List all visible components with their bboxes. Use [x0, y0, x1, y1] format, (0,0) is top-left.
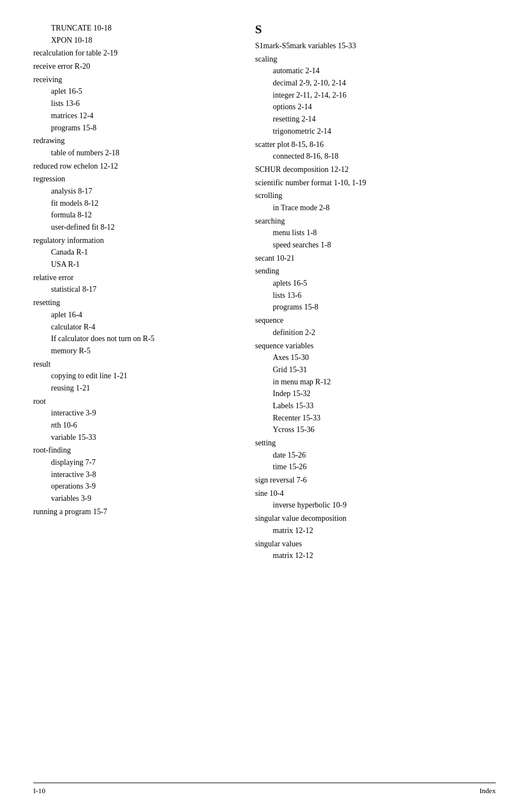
- right-column: SS1mark-S5mark variables 15-33scalingaut…: [255, 22, 496, 562]
- section-letter: S: [255, 22, 496, 37]
- right-index-entry: lists 13-6: [255, 290, 496, 302]
- left-index-entry: copying to edit line 1-21: [33, 370, 233, 382]
- left-index-entry: TRUNCATE 10-18: [33, 22, 233, 34]
- right-index-entry: integer 2-11, 2-14, 2-16: [255, 89, 496, 101]
- left-index-entry: variable 15-33: [33, 432, 233, 444]
- left-index-entry: reusing 1-21: [33, 382, 233, 394]
- right-index-entry: sine 10-4: [255, 488, 496, 500]
- right-index-entry: sending: [255, 265, 496, 277]
- right-index-entry: setting: [255, 437, 496, 449]
- right-index-entry: matrix 12-12: [255, 525, 496, 537]
- page-container: TRUNCATE 10-18XPON 10-18recalculation fo…: [0, 0, 529, 812]
- left-index-entry: reduced row echelon 12-12: [33, 160, 233, 172]
- right-index-entry: sign reversal 7-6: [255, 474, 496, 486]
- left-index-entry: memory R-5: [33, 345, 233, 357]
- right-index-entry: Labels 15-33: [255, 400, 496, 412]
- right-index-entry: inverse hyperbolic 10-9: [255, 499, 496, 511]
- right-index-entry: decimal 2-9, 2-10, 2-14: [255, 77, 496, 89]
- right-index-entry: connected 8-16, 8-18: [255, 150, 496, 163]
- right-index-entry: Recenter 15-33: [255, 412, 496, 424]
- right-index-entry: sequence variables: [255, 340, 496, 352]
- left-index-entry: receive error R-20: [33, 60, 233, 73]
- right-index-entry: speed searches 1-8: [255, 239, 496, 251]
- right-index-entry: scaling: [255, 53, 496, 65]
- left-index-entry: regulatory information: [33, 235, 233, 247]
- two-column-layout: TRUNCATE 10-18XPON 10-18recalculation fo…: [33, 22, 496, 562]
- left-index-entry: interactive 3-9: [33, 407, 233, 419]
- right-index-entry: date 15-26: [255, 449, 496, 461]
- left-index-entry: recalculation for table 2-19: [33, 47, 233, 59]
- left-index-entry: matrices 12-4: [33, 110, 233, 122]
- right-index-entry: searching: [255, 215, 496, 227]
- right-index-entry: scatter plot 8-15, 8-16: [255, 139, 496, 151]
- left-index-entry: operations 3-9: [33, 480, 233, 493]
- right-index-entry: time 15-26: [255, 461, 496, 473]
- left-index-entry: analysis 8-17: [33, 185, 233, 197]
- left-column: TRUNCATE 10-18XPON 10-18recalculation fo…: [33, 22, 233, 562]
- left-index-entry: Canada R-1: [33, 246, 233, 258]
- left-index-entry: variables 3-9: [33, 493, 233, 505]
- footer-section-label: Index: [479, 786, 496, 795]
- left-index-entry: running a program 15-7: [33, 506, 233, 518]
- right-index-entry: menu lists 1-8: [255, 227, 496, 239]
- right-index-entry: scientific number format 1-10, 1-19: [255, 177, 496, 189]
- right-index-entry: in menu map R-12: [255, 376, 496, 388]
- right-index-entry: singular values: [255, 538, 496, 550]
- page-footer: I-10 Index: [33, 783, 496, 795]
- right-index-entry: definition 2-2: [255, 327, 496, 339]
- left-index-entry: root-finding: [33, 444, 233, 456]
- right-index-entry: Axes 15-30: [255, 352, 496, 364]
- right-index-entry: Grid 15-31: [255, 364, 496, 376]
- right-index-entry: aplets 16-5: [255, 277, 496, 290]
- left-index-entry: displaying 7-7: [33, 456, 233, 469]
- right-index-entry: sequence: [255, 314, 496, 327]
- left-index-entry: XPON 10-18: [33, 34, 233, 47]
- right-index-entry: resetting 2-14: [255, 113, 496, 125]
- right-index-entry: singular value decomposition: [255, 512, 496, 525]
- left-index-entry: statistical 8-17: [33, 283, 233, 296]
- right-index-entry: Indep 15-32: [255, 388, 496, 400]
- left-index-entry: user-defined fit 8-12: [33, 221, 233, 234]
- right-index-entry: automatic 2-14: [255, 65, 496, 77]
- left-index-entry: formula 8-12: [33, 209, 233, 221]
- right-index-entry: S1mark-S5mark variables 15-33: [255, 40, 496, 52]
- right-index-entry: trigonometric 2-14: [255, 125, 496, 138]
- left-index-entry: USA R-1: [33, 258, 233, 271]
- left-index-entry: aplet 16-4: [33, 309, 233, 321]
- left-index-entry: calculator R-4: [33, 321, 233, 333]
- left-index-entry: relative error: [33, 272, 233, 284]
- left-index-entry: root: [33, 395, 233, 408]
- left-index-entry: receiving: [33, 74, 233, 86]
- left-index-entry: regression: [33, 173, 233, 185]
- left-index-entry: nth 10-6: [33, 419, 233, 432]
- right-index-entry: matrix 12-12: [255, 550, 496, 562]
- left-index-entry: programs 15-8: [33, 122, 233, 134]
- right-index-entry: SCHUR decomposition 12-12: [255, 164, 496, 176]
- right-index-entry: in Trace mode 2-8: [255, 202, 496, 214]
- right-index-entry: secant 10-21: [255, 252, 496, 265]
- left-index-entry: lists 13-6: [33, 98, 233, 110]
- left-index-entry: fit models 8-12: [33, 197, 233, 210]
- left-index-entry: resetting: [33, 297, 233, 309]
- left-index-entry: table of numbers 2-18: [33, 147, 233, 159]
- left-index-entry: If calculator does not turn on R-5: [33, 333, 233, 345]
- right-index-entry: Ycross 15-36: [255, 424, 496, 436]
- right-index-entry: options 2-14: [255, 101, 496, 113]
- left-index-entry: result: [33, 358, 233, 371]
- left-index-entry: redrawing: [33, 135, 233, 147]
- right-index-entry: programs 15-8: [255, 301, 496, 313]
- left-index-entry: aplet 16-5: [33, 85, 233, 98]
- left-index-entry: interactive 3-8: [33, 469, 233, 481]
- footer-page-number: I-10: [33, 786, 45, 795]
- right-index-entry: scrolling: [255, 190, 496, 202]
